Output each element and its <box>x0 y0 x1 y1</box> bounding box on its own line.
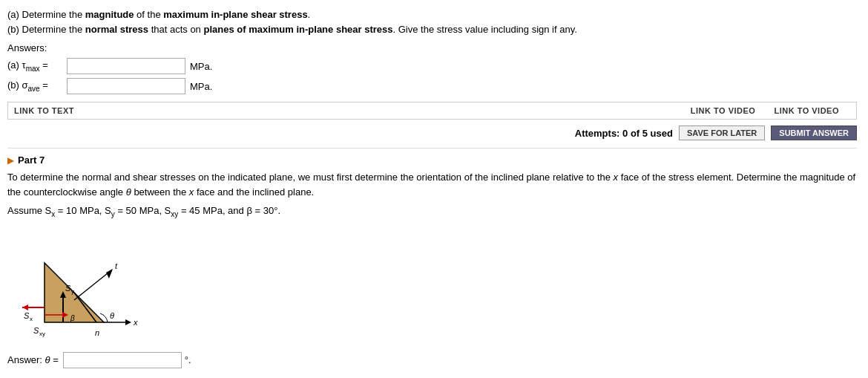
svg-text:xy: xy <box>39 330 45 337</box>
link-to-video1-button[interactable]: LINK TO VIDEO <box>691 106 756 115</box>
sigma-row: (b) σave = MPa. <box>7 78 857 94</box>
link-to-video2-button[interactable]: LINK TO VIDEO <box>774 106 839 115</box>
svg-marker-2 <box>22 304 28 310</box>
links-right: LINK TO VIDEO LINK TO VIDEO <box>691 106 850 115</box>
tau-row: (a) τmax = MPa. <box>7 58 857 74</box>
svg-line-13 <box>74 270 111 300</box>
link-to-text-button[interactable]: LINK TO TEXT <box>14 106 74 115</box>
assume-text: Assume Sx = 10 MPa, Sy = 50 MPa, Sxy = 4… <box>7 205 857 218</box>
part7-arrow-icon: ▶ <box>7 155 14 166</box>
sigma-label: (b) σave = <box>7 79 67 93</box>
sigma-input[interactable] <box>67 78 185 94</box>
svg-text:S: S <box>33 326 39 335</box>
final-answer-row: Answer: θ = °. <box>7 352 857 368</box>
part7-title: Part 7 <box>18 154 45 166</box>
sigma-unit: MPa. <box>190 81 212 92</box>
svg-text:n: n <box>95 328 99 337</box>
svg-marker-17 <box>125 319 131 325</box>
divider <box>7 148 857 149</box>
svg-text:β: β <box>70 314 75 322</box>
main-content: (a) Determine the magnitude of the maxim… <box>0 0 868 376</box>
question-line1: (a) Determine the magnitude of the maxim… <box>7 7 857 22</box>
answers-label: Answers: <box>7 42 857 53</box>
svg-text:x: x <box>133 318 138 327</box>
attempts-row: Attempts: 0 of 5 used SAVE FOR LATER SUB… <box>7 126 857 140</box>
question-text: (a) Determine the magnitude of the maxim… <box>7 7 857 36</box>
tau-label: (a) τmax = <box>7 59 67 73</box>
final-answer-label: Answer: θ = <box>7 354 59 365</box>
diagram-container: S x S y S xy t x θ n <box>22 226 156 345</box>
tau-unit: MPa. <box>190 61 212 72</box>
tau-input[interactable] <box>67 58 185 74</box>
svg-text:S: S <box>24 311 30 320</box>
svg-text:S: S <box>65 284 71 293</box>
svg-text:x: x <box>30 316 33 322</box>
save-for-later-button[interactable]: SAVE FOR LATER <box>679 126 765 140</box>
attempts-text: Attempts: 0 of 5 used <box>575 128 673 139</box>
answers-section: Answers: (a) τmax = MPa. (b) σave = MPa. <box>7 42 857 94</box>
final-answer-unit: °. <box>185 354 191 365</box>
part7-body: To determine the normal and shear stress… <box>7 170 857 199</box>
svg-text:θ: θ <box>110 311 114 320</box>
part7-header: ▶ Part 7 <box>7 154 857 166</box>
question-line2: (b) Determine the normal stress that act… <box>7 22 857 37</box>
submit-answer-button[interactable]: SUBMIT ANSWER <box>771 126 857 140</box>
svg-text:t: t <box>115 261 118 270</box>
final-answer-input[interactable] <box>63 352 182 368</box>
svg-marker-14 <box>106 269 113 278</box>
stress-diagram: S x S y S xy t x θ n <box>22 226 156 345</box>
links-bar: LINK TO TEXT LINK TO VIDEO LINK TO VIDEO <box>7 102 857 120</box>
svg-text:y: y <box>71 288 74 295</box>
